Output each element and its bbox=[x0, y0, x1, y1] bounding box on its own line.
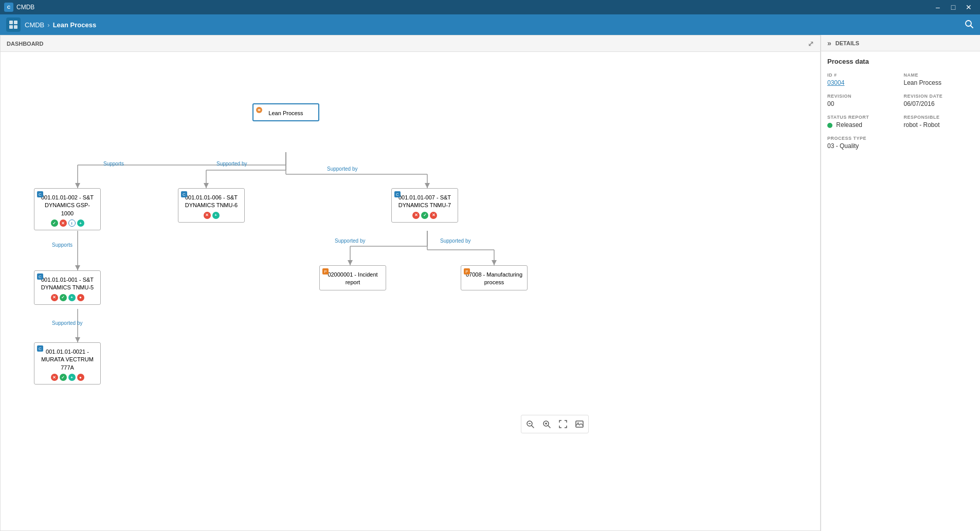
detail-row-status: STATUS REPORT Released RESPONSIBLE robot… bbox=[827, 115, 974, 129]
node-icon-n5: P bbox=[322, 268, 329, 275]
badge-red-n4: ✕ bbox=[51, 294, 58, 301]
dashboard-panel: DASHBOARD ⤢ bbox=[0, 35, 821, 531]
zoom-out-button[interactable] bbox=[523, 417, 537, 431]
svg-text:C: C bbox=[183, 192, 186, 197]
detail-name-value: Lean Process bbox=[904, 79, 974, 86]
detail-status-label: STATUS REPORT bbox=[827, 115, 898, 120]
node-icon-lean bbox=[256, 106, 263, 114]
badge-green-n4: ✓ bbox=[60, 294, 67, 301]
diagram-inner: Supports Supported by Supported by Suppo… bbox=[1, 52, 597, 437]
svg-line-51 bbox=[548, 426, 550, 428]
node-n2[interactable]: C 001.01.01-006 - S&T DYNAMICS TNMU-6 ✕ … bbox=[178, 188, 245, 223]
n4-badges: ✕ ✓ + ● bbox=[39, 294, 96, 301]
edge-label-supportedby4: Supported by bbox=[440, 238, 471, 244]
node-n4[interactable]: C 001.01.01-001 - S&T DYNAMICS TNMU-5 ✕ … bbox=[34, 270, 101, 305]
node-icon-n2: C bbox=[180, 191, 188, 198]
node-n6[interactable]: P 07008 - Manufacturing process bbox=[461, 265, 528, 290]
app-name-label: CMDB bbox=[16, 4, 34, 11]
badge-red-n2: ✕ bbox=[204, 212, 211, 219]
zoom-controls bbox=[521, 415, 589, 433]
export-image-button[interactable] bbox=[572, 417, 587, 431]
detail-row-process-type: PROCESS TYPE 03 - Quality bbox=[827, 136, 974, 150]
detail-row-id-name: ID # 03004 NAME Lean Process bbox=[827, 72, 974, 86]
svg-marker-17 bbox=[425, 183, 430, 188]
svg-marker-29 bbox=[75, 337, 80, 342]
n2-badges: ✕ + bbox=[183, 212, 240, 219]
badge-teal-n1: + bbox=[77, 219, 84, 227]
n1-text: 001.01.01-002 - S&T DYNAMICS GSP-1000 bbox=[39, 194, 96, 217]
node-n7[interactable]: C 001.01.01-0021 - MURATA VECTRUM 777A ✕… bbox=[34, 342, 101, 384]
node-n3[interactable]: C 001.01.01-007 - S&T DYNAMICS TNMU-7 ✕ … bbox=[391, 188, 458, 223]
n3-text: 001.01.01-007 - S&T DYNAMICS TNMU-7 bbox=[396, 194, 453, 210]
detail-revision-label: REVISION bbox=[827, 94, 898, 99]
diagram-canvas[interactable]: Supports Supported by Supported by Suppo… bbox=[1, 52, 820, 530]
app-icon: C bbox=[4, 3, 13, 12]
edge-label-supportedby1: Supported by bbox=[216, 161, 247, 167]
detail-responsible-label: RESPONSIBLE bbox=[904, 115, 974, 120]
detail-col-revision: REVISION 00 bbox=[827, 94, 898, 107]
detail-row-revision: REVISION 00 REVISION DATE 06/07/2016 bbox=[827, 94, 974, 107]
badge-teal-n7: + bbox=[68, 374, 76, 381]
breadcrumb-separator: › bbox=[47, 21, 49, 29]
svg-rect-1 bbox=[14, 21, 17, 24]
detail-id-value[interactable]: 03004 bbox=[827, 79, 898, 86]
detail-col-status: STATUS REPORT Released bbox=[827, 115, 898, 129]
n4-text: 001.01.01-001 - S&T DYNAMICS TNMU-5 bbox=[39, 276, 96, 292]
node-n1[interactable]: C 001.01.01-002 - S&T DYNAMICS GSP-1000 … bbox=[34, 188, 101, 230]
edge-label-supports2: Supports bbox=[52, 242, 72, 248]
edge-label-supportedby2: Supported by bbox=[327, 166, 358, 172]
badge-red-n1: ✕ bbox=[60, 219, 67, 227]
detail-col-id: ID # 03004 bbox=[827, 72, 898, 86]
details-body: Process data ID # 03004 NAME Lean Proces… bbox=[821, 51, 980, 163]
detail-id-label: ID # bbox=[827, 72, 898, 78]
fit-screen-button[interactable] bbox=[556, 417, 570, 431]
svg-rect-3 bbox=[14, 25, 17, 29]
detail-process-type-label: PROCESS TYPE bbox=[827, 136, 974, 141]
svg-line-5 bbox=[971, 25, 973, 28]
svg-text:C: C bbox=[39, 274, 42, 279]
details-chevron-icon: » bbox=[827, 39, 831, 47]
detail-status-text: Released bbox=[836, 121, 862, 129]
node-icon-n1: C bbox=[37, 191, 44, 198]
badge-green-n3: ✓ bbox=[421, 212, 428, 219]
title-bar: C CMDB – □ ✕ bbox=[0, 0, 980, 14]
detail-revision-date-value: 06/07/2016 bbox=[904, 100, 974, 107]
badge-blue-n1: i bbox=[68, 219, 76, 227]
detail-col-revision-date: REVISION DATE 06/07/2016 bbox=[904, 94, 974, 107]
details-section-title: Process data bbox=[827, 58, 974, 65]
node-icon-n4: C bbox=[37, 273, 44, 280]
detail-revision-value: 00 bbox=[827, 100, 898, 107]
node-lean-process[interactable]: Lean Process bbox=[252, 103, 319, 121]
details-panel: » DETAILS Process data ID # 03004 NAME L… bbox=[821, 35, 980, 531]
expand-icon[interactable]: ⤢ bbox=[808, 40, 814, 48]
navbar: CMDB › Lean Process bbox=[0, 14, 980, 35]
badge-red2-n3: ✕ bbox=[430, 212, 437, 219]
edge-label-supports1: Supports bbox=[103, 161, 124, 167]
minimize-button[interactable]: – bbox=[931, 0, 945, 14]
svg-marker-27 bbox=[492, 260, 497, 265]
node-n5[interactable]: P 02000001 - Incident report bbox=[319, 265, 386, 290]
zoom-in-button[interactable] bbox=[539, 417, 554, 431]
dashboard-title: DASHBOARD bbox=[7, 41, 44, 47]
svg-rect-52 bbox=[576, 421, 583, 427]
nav-app-icon bbox=[6, 17, 21, 32]
detail-process-type-value: 03 - Quality bbox=[827, 142, 974, 150]
breadcrumb-current: Lean Process bbox=[53, 21, 97, 29]
close-button[interactable]: ✕ bbox=[961, 0, 976, 14]
badge-red2-n7: ● bbox=[77, 374, 84, 381]
svg-marker-13 bbox=[204, 183, 209, 188]
node-icon-n7: C bbox=[37, 345, 44, 352]
lean-process-text: Lean Process bbox=[258, 109, 314, 117]
svg-rect-2 bbox=[9, 25, 13, 29]
n5-text: 02000001 - Incident report bbox=[324, 271, 382, 287]
restore-button[interactable]: □ bbox=[946, 0, 960, 14]
detail-revision-date-label: REVISION DATE bbox=[904, 94, 974, 99]
n3-badges: ✕ ✓ ✕ bbox=[396, 212, 453, 219]
app-icon-label: C bbox=[7, 5, 11, 10]
svg-text:C: C bbox=[396, 192, 399, 197]
svg-text:C: C bbox=[39, 346, 42, 351]
breadcrumb-root[interactable]: CMDB bbox=[25, 21, 44, 29]
search-icon[interactable] bbox=[965, 20, 974, 30]
svg-text:P: P bbox=[465, 269, 468, 274]
edge-label-supportedby5: Supported by bbox=[52, 320, 83, 326]
